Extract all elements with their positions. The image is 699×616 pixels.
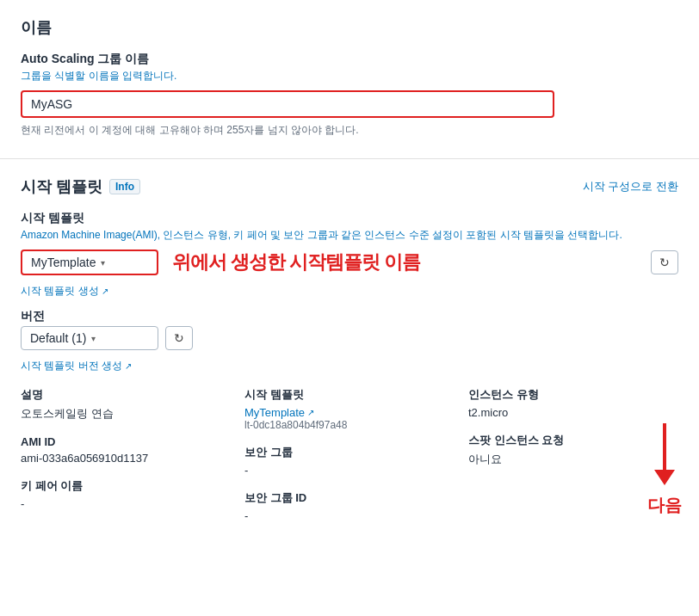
- create-version-link-text: 시작 템플릿 버전 생성: [21, 359, 122, 373]
- template-refresh-button[interactable]: ↻: [651, 250, 678, 274]
- svg-marker-1: [654, 470, 675, 485]
- version-select-value: Default (1): [30, 331, 86, 345]
- template-details-grid: 설명 오토스케일링 연습 AMI ID ami-033a6a056910d113…: [21, 387, 678, 522]
- asg-name-info: 현재 리전에서 이 계정에 대해 고유해야 하며 255자를 넘지 않아야 합니…: [21, 123, 678, 138]
- section2-title: 시작 템플릿: [21, 176, 102, 197]
- template-select-group: 시작 템플릿 Amazon Machine Image(AMI), 인스턴스 유…: [21, 211, 678, 299]
- detail-value-sg: -: [244, 464, 455, 477]
- detail-label-sg-id: 보안 그룹 ID: [244, 490, 455, 506]
- detail-value-sg-id: -: [244, 509, 455, 522]
- detail-label-description: 설명: [21, 387, 231, 403]
- version-select-box[interactable]: Default (1) ▾: [21, 326, 158, 350]
- info-badge[interactable]: Info: [109, 179, 140, 194]
- create-version-external-icon: ↗: [125, 361, 132, 371]
- detail-col-1: 설명 오토스케일링 연습 AMI ID ami-033a6a056910d113…: [21, 387, 231, 522]
- detail-label-instance-type: 인스턴스 유형: [468, 387, 678, 403]
- detail-value-launch-template[interactable]: MyTemplate ↗: [244, 406, 455, 419]
- create-version-link[interactable]: 시작 템플릿 버전 생성 ↗: [21, 359, 132, 373]
- asg-name-hint: 그룹을 식별할 이름을 입력합니다.: [21, 69, 678, 83]
- asg-name-label: Auto Scaling 그룹 이름: [21, 52, 678, 67]
- detail-value-ami-id: ami-033a6a056910d1137: [21, 452, 231, 465]
- detail-lt-name: MyTemplate: [244, 406, 305, 419]
- down-arrow-icon: [651, 423, 678, 492]
- switch-to-launch-config-button[interactable]: 시작 구성으로 전환: [583, 179, 678, 194]
- version-group: 버전 Default (1) ▾ ↻ 시작 템플릿 버전 생성 ↗: [21, 309, 678, 373]
- detail-label-sg: 보안 그룹: [244, 445, 455, 460]
- template-select-box[interactable]: MyTemplate ▾: [21, 249, 158, 275]
- template-select-chevron-icon: ▾: [101, 258, 105, 268]
- template-select-row: MyTemplate ▾ 위에서 생성한 시작템플릿 이름 ↻: [21, 249, 678, 275]
- detail-value-keypair: -: [21, 497, 231, 510]
- version-refresh-icon: ↻: [174, 331, 184, 345]
- detail-lt-id: lt-0dc18a804b4f97a48: [244, 419, 455, 431]
- name-section: 이름 Auto Scaling 그룹 이름 그룹을 식별할 이름을 입력합니다.…: [0, 0, 699, 159]
- version-refresh-button[interactable]: ↻: [165, 326, 193, 350]
- version-chevron-icon: ▾: [91, 334, 96, 343]
- refresh-icon: ↻: [659, 256, 670, 269]
- detail-label-launch-template: 시작 템플릿: [244, 387, 455, 403]
- detail-value-instance-type: t2.micro: [468, 406, 678, 419]
- section2-title-group: 시작 템플릿 Info: [21, 176, 140, 197]
- create-template-link-text: 시작 템플릿 생성: [21, 284, 99, 299]
- name-section-title: 이름: [21, 17, 678, 38]
- detail-value-description: 오토스케일링 연습: [21, 406, 231, 422]
- asg-name-input[interactable]: [21, 90, 554, 118]
- template-annotation: 위에서 생성한 시작템플릿 이름: [172, 249, 420, 275]
- version-select-row: Default (1) ▾ ↻: [21, 326, 678, 350]
- create-template-link[interactable]: 시작 템플릿 생성 ↗: [21, 284, 108, 299]
- launch-template-section: 시작 템플릿 Info 시작 구성으로 전환 시작 템플릿 Amazon Mac…: [0, 159, 699, 543]
- detail-label-ami-id: AMI ID: [21, 435, 231, 448]
- next-label: 다음: [647, 494, 682, 517]
- template-select-value: MyTemplate: [31, 256, 96, 269]
- template-select-label: 시작 템플릿: [21, 211, 678, 226]
- version-label: 버전: [21, 309, 678, 324]
- template-select-hint: Amazon Machine Image(AMI), 인스턴스 유형, 키 페어…: [21, 228, 678, 243]
- next-arrow-group: 다음: [647, 423, 682, 517]
- section2-header: 시작 템플릿 Info 시작 구성으로 전환: [21, 176, 678, 197]
- asg-name-field-group: Auto Scaling 그룹 이름 그룹을 식별할 이름을 입력합니다. 현재…: [21, 52, 678, 138]
- detail-lt-ext-icon: ↗: [307, 408, 314, 417]
- detail-label-keypair: 키 페어 이름: [21, 478, 231, 494]
- external-link-icon: ↗: [102, 286, 108, 296]
- detail-col-2: 시작 템플릿 MyTemplate ↗ lt-0dc18a804b4f97a48…: [244, 387, 455, 522]
